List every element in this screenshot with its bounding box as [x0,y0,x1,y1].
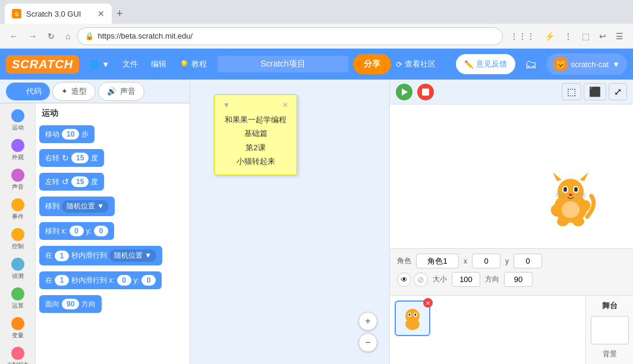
sprite-delete-button[interactable]: ✕ [423,298,433,308]
svg-marker-4 [402,88,408,96]
browser-tab[interactable]: S Scratch 3.0 GUI ✕ [5,4,112,24]
sprite-thumb-cat [401,306,424,330]
forward-button[interactable]: → [25,29,40,43]
sprites-stage-row: ✕ 舞台 背景 [390,295,633,364]
block-turn-right[interactable]: 右转 ↻ 15 度 [39,147,186,169]
code-canvas[interactable]: ▼ ✕ 和果果一起学编程 基础篇 第2课 小猫转起来 + − [190,80,389,364]
normal-stage-button[interactable]: ⬛ [584,83,606,100]
tabs-header: 代码 ✦ 造型 🔊 声音 [0,80,190,103]
tab-title: Scratch 3.0 GUI [26,10,93,18]
project-name-input[interactable] [218,56,348,72]
show-sprite-button[interactable]: 👁 [397,273,411,287]
block-glide-xy[interactable]: 在 1 秒内滑行到 x: 0 y: 0 [39,270,186,291]
undo-button[interactable]: ↩ [596,29,610,43]
zoom-in-button[interactable]: + [358,312,377,331]
size-input[interactable] [452,272,480,287]
ssl-lock-icon: 🔒 [85,32,94,40]
tab-close-btn[interactable]: ✕ [97,9,105,18]
direction-label: 方向 [485,274,499,284]
user-button[interactable]: 🐱 scratch-cat ▼ [546,53,627,75]
share-button[interactable]: 分享 [353,54,391,74]
home-button[interactable]: ⌂ [62,29,74,43]
view-button[interactable]: ⬚ [578,29,593,43]
category-custom[interactable]: 自制积木 [6,344,30,364]
file-menu-item[interactable]: 文件 [116,55,144,73]
sprite-info-row: 角色 x y [397,254,626,268]
svg-point-7 [558,179,584,205]
block-move[interactable]: 移动 10 步 [39,124,186,145]
control-dot [11,228,24,241]
refresh-button[interactable]: ↻ [44,29,58,43]
zoom-out-button[interactable]: − [358,333,377,352]
logo-text: SCRATCH [12,58,73,71]
category-control[interactable]: 控制 [10,226,26,253]
x-input[interactable] [472,254,500,268]
scratch-logo: SCRATCH [6,55,79,74]
sprite-thumb-item[interactable]: ✕ [395,300,430,336]
looks-label: 外观 [12,153,24,162]
costume-tab[interactable]: ✦ 造型 [52,82,96,101]
y-input[interactable] [514,254,542,268]
feedback-icon: ✏️ [464,60,474,69]
user-name: scratch-cat [571,60,609,69]
sprite-visibility-icons: 👁 ⊘ [397,273,428,287]
globe-menu-item[interactable]: 🌐 ▼ [84,55,115,73]
variables-label: 变量 [12,331,24,340]
sound-tab[interactable]: 🔊 声音 [98,82,144,101]
svg-point-29 [415,314,417,316]
fullscreen-button[interactable]: ⤢ [609,83,627,100]
sprite-name-input[interactable] [416,254,459,268]
code-tab[interactable]: 代码 [6,83,50,100]
sprite-props-row: 👁 ⊘ 大小 方向 [397,272,626,287]
svg-point-20 [572,217,584,226]
globe-icon: 🌐 [90,60,99,69]
block-turn-left[interactable]: 左转 ↺ 15 度 [39,171,186,192]
feedback-button[interactable]: ✏️ 意见反馈 [456,54,515,74]
category-variables[interactable]: 变量 [10,315,26,342]
community-icon: ⟳ [396,60,402,69]
block-goto-xy[interactable]: 移到 x: 0 y: 0 [39,220,186,242]
sticky-note-header: ▼ ✕ [223,101,288,109]
left-panel-wrapper: 代码 ✦ 造型 🔊 声音 运动 外观 [0,80,190,364]
looks-dot [11,139,24,152]
edit-menu-item[interactable]: 编辑 [145,55,172,73]
operators-label: 运算 [12,302,24,310]
folder-button[interactable]: 🗂 [520,55,541,74]
block-point-dir[interactable]: 面向 90 方向 [39,293,186,315]
svg-text:🐱: 🐱 [556,59,566,69]
community-button[interactable]: ⟳ 查看社区 [396,59,436,69]
stage-thumbnail[interactable] [591,316,629,344]
hide-sprite-button[interactable]: ⊘ [414,273,428,287]
globe-chevron: ▼ [102,60,109,69]
block-glide-random[interactable]: 在 1 秒内滑行到 随机位置 ▼ [39,244,186,267]
back-button[interactable]: ← [6,29,21,43]
motion-label: 运动 [12,124,24,132]
tab-bar: S Scratch 3.0 GUI ✕ + [0,0,633,24]
category-motion[interactable]: 运动 [10,107,26,134]
section-title: 运动 [39,108,186,119]
costume-tab-icon: ✦ [61,87,68,96]
extensions-button[interactable]: ⚡ [541,29,558,43]
direction-input[interactable] [504,272,533,287]
x-label: x [464,257,467,265]
apps-button[interactable]: ⋮⋮⋮ [506,29,538,43]
small-stage-button[interactable]: ⬚ [562,83,581,100]
stop-button[interactable] [417,84,434,100]
category-events[interactable]: 事件 [10,196,26,223]
sound-tab-icon: 🔊 [107,87,116,96]
block-goto[interactable]: 移到 随机位置 ▼ [39,195,186,218]
green-flag-button[interactable] [396,84,412,100]
menu-button[interactable]: ☰ [612,29,627,43]
nav-more[interactable]: ⋮ [560,29,576,43]
category-operators[interactable]: 运算 [10,285,26,312]
tutorial-menu-item[interactable]: 💡 教程 [174,55,213,73]
category-sensing[interactable]: 侦测 [10,255,26,283]
events-dot [11,198,24,211]
custom-label: 自制积木 [7,361,29,364]
sticky-note-close[interactable]: ✕ [282,101,288,109]
new-tab-button[interactable]: + [112,5,128,23]
category-looks[interactable]: 外观 [10,137,26,164]
category-sound[interactable]: 声音 [10,166,26,194]
svg-text:S: S [15,11,18,17]
address-bar[interactable]: 🔒 https://beta.scratch.mit.edu/ [77,27,503,45]
